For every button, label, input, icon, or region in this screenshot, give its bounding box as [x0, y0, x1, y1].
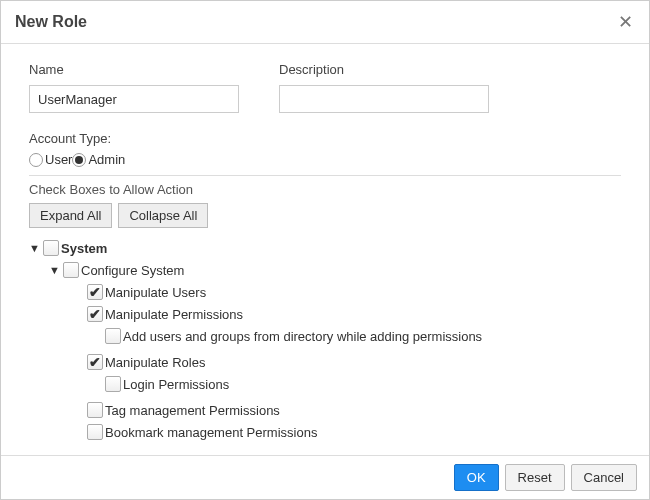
checkbox-manipulate-permissions[interactable]: ✔: [87, 306, 103, 322]
radio-icon: [72, 153, 86, 167]
account-type-options: User Admin: [29, 152, 621, 167]
description-field-group: Description: [279, 62, 489, 113]
account-type-group: Account Type: User Admin: [29, 131, 621, 167]
tree-node-label: Bookmark management Permissions: [105, 425, 317, 440]
checkbox-system[interactable]: [43, 240, 59, 256]
permission-tree: ▼System▼Configure System✔Manipulate User…: [29, 238, 621, 442]
description-input[interactable]: [279, 85, 489, 113]
tree-node-label: Manipulate Users: [105, 285, 206, 300]
dialog-footer: OK Reset Cancel: [1, 455, 649, 499]
tree-node-add-users-groups: Add users and groups from directory whil…: [91, 326, 621, 346]
account-type-user-radio[interactable]: User: [29, 152, 72, 167]
tree-node-login-permissions: Login Permissions: [91, 374, 621, 394]
checkbox-tag-permissions[interactable]: [87, 402, 103, 418]
reset-button[interactable]: Reset: [505, 464, 565, 491]
name-input[interactable]: [29, 85, 239, 113]
tree-node-bookmark-permissions: Bookmark management Permissions: [73, 422, 621, 442]
tree-node-system: ▼System: [29, 238, 621, 258]
radio-label-user: User: [45, 152, 72, 167]
tree-node-label: Tag management Permissions: [105, 403, 280, 418]
checkbox-bookmark-permissions[interactable]: [87, 424, 103, 440]
checkbox-manipulate-roles[interactable]: ✔: [87, 354, 103, 370]
new-role-dialog: New Role ✕ Name Description Account Type…: [0, 0, 650, 500]
checkbox-login-permissions[interactable]: [105, 376, 121, 392]
permission-instruction: Check Boxes to Allow Action: [29, 182, 621, 197]
chevron-down-icon[interactable]: ▼: [29, 242, 41, 254]
tree-node-manipulate-permissions: ✔Manipulate Permissions: [73, 304, 621, 324]
tree-node-label: Configure System: [81, 263, 184, 278]
tree-node-label: System: [61, 241, 107, 256]
checkmark-icon: ✔: [89, 355, 101, 369]
tree-node-tag-permissions: Tag management Permissions: [73, 400, 621, 420]
checkbox-configure-system[interactable]: [63, 262, 79, 278]
collapse-all-button[interactable]: Collapse All: [118, 203, 208, 228]
tree-node-label: Manipulate Permissions: [105, 307, 243, 322]
chevron-down-icon[interactable]: ▼: [49, 264, 61, 276]
tree-node-label: Manipulate Roles: [105, 355, 205, 370]
expand-all-button[interactable]: Expand All: [29, 203, 112, 228]
checkmark-icon: ✔: [89, 285, 101, 299]
tree-node-manipulate-users: ✔Manipulate Users: [73, 282, 621, 302]
name-field-group: Name: [29, 62, 239, 113]
close-icon[interactable]: ✕: [615, 11, 635, 33]
checkbox-add-users-groups[interactable]: [105, 328, 121, 344]
name-description-row: Name Description: [29, 62, 621, 113]
name-label: Name: [29, 62, 239, 77]
tree-node-manipulate-roles: ✔Manipulate Roles: [73, 352, 621, 372]
account-type-label: Account Type:: [29, 131, 621, 146]
description-label: Description: [279, 62, 489, 77]
dialog-body[interactable]: Name Description Account Type: User Admi…: [1, 44, 649, 455]
dialog-titlebar: New Role ✕: [1, 1, 649, 44]
divider: [29, 175, 621, 176]
checkmark-icon: ✔: [89, 307, 101, 321]
tree-node-label: Login Permissions: [123, 377, 229, 392]
account-type-admin-radio[interactable]: Admin: [72, 152, 125, 167]
radio-label-admin: Admin: [88, 152, 125, 167]
dialog-title: New Role: [15, 13, 87, 31]
ok-button[interactable]: OK: [454, 464, 499, 491]
radio-icon: [29, 153, 43, 167]
cancel-button[interactable]: Cancel: [571, 464, 637, 491]
tree-node-label: Add users and groups from directory whil…: [123, 329, 482, 344]
tree-node-configure-system: ▼Configure System: [49, 260, 621, 280]
checkbox-manipulate-users[interactable]: ✔: [87, 284, 103, 300]
expand-collapse-row: Expand All Collapse All: [29, 203, 621, 228]
